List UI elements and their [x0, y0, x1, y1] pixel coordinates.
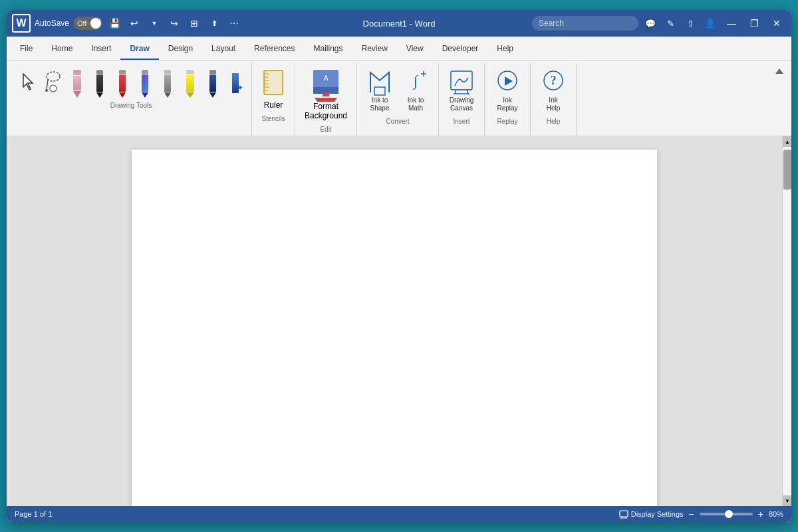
ink-to-shape-button[interactable]: Ink toShape	[362, 65, 397, 115]
tab-help[interactable]: Help	[487, 39, 523, 60]
insert-items: DrawingCanvas	[444, 65, 479, 115]
insert-group: DrawingCanvas Insert	[439, 63, 485, 136]
pen-black-shape	[96, 70, 103, 98]
tab-developer[interactable]: Developer	[433, 39, 488, 60]
person-button[interactable]: 👤	[702, 15, 718, 31]
svg-line-2	[47, 80, 48, 90]
svg-point-1	[47, 72, 60, 81]
save-button[interactable]: 💾	[106, 15, 122, 31]
eraser-tool[interactable]	[66, 67, 88, 99]
tab-layout[interactable]: Layout	[202, 39, 245, 60]
tab-design[interactable]: Design	[159, 39, 202, 60]
application-window: W AutoSave Off 💾 ↩ ▼ ↪ ⊞ ⬆ ⋯ Document1 -…	[7, 10, 791, 522]
svg-text:∫: ∫	[412, 72, 419, 90]
status-bar-right: Display Settings − + 80%	[619, 509, 783, 519]
layout-button[interactable]: ⊞	[186, 15, 202, 31]
tab-insert[interactable]: Insert	[82, 39, 120, 60]
restore-button[interactable]: ❐	[745, 14, 763, 33]
tab-home[interactable]: Home	[42, 39, 82, 60]
format-background-button[interactable]: A FormatBackground	[301, 65, 351, 123]
scroll-track[interactable]	[783, 147, 791, 495]
search-input[interactable]	[532, 16, 638, 31]
zoom-out-button[interactable]: −	[689, 509, 694, 519]
page-info: Page 1 of 1	[15, 510, 52, 518]
ink-help-label: InkHelp	[547, 96, 561, 112]
svg-rect-17	[374, 87, 385, 95]
edit-button[interactable]: ✎	[662, 15, 678, 31]
pen-dark-shape	[209, 70, 216, 98]
eraser-shape	[73, 70, 81, 98]
ink-replay-button[interactable]: InkReplay	[490, 65, 525, 115]
tab-draw[interactable]: Draw	[120, 39, 158, 60]
scroll-down-button[interactable]: ▼	[783, 495, 791, 506]
undo-dropdown-button[interactable]: ▼	[146, 15, 162, 31]
help-group: ? InkHelp Help	[531, 63, 577, 136]
svg-line-23	[455, 90, 456, 94]
lasso-tool[interactable]	[41, 65, 65, 99]
tab-view[interactable]: View	[397, 39, 433, 60]
ribbon: File Home Insert Draw Design Layout Refe…	[7, 37, 791, 136]
highlighter-tool[interactable]	[180, 67, 201, 99]
stencils-label: Stencils	[261, 115, 285, 122]
share-button[interactable]: ⬆	[206, 15, 222, 31]
pen-purple-shape	[142, 70, 148, 98]
autosave-toggle[interactable]: Off	[73, 17, 102, 30]
tab-review[interactable]: Review	[352, 39, 397, 60]
redo-button[interactable]: ↪	[166, 15, 182, 31]
select-tool[interactable]	[16, 65, 40, 99]
pen-red-tool[interactable]	[112, 67, 133, 99]
title-bar: W AutoSave Off 💾 ↩ ▼ ↪ ⊞ ⬆ ⋯ Document1 -…	[7, 10, 791, 37]
ink-to-shape-label: Ink toShape	[370, 96, 390, 112]
zoom-in-button[interactable]: +	[758, 509, 763, 519]
ink-help-button[interactable]: ? InkHelp	[536, 65, 571, 115]
ink-to-shape-icon	[366, 67, 393, 96]
replay-items: InkReplay	[490, 65, 525, 115]
undo-button[interactable]: ↩	[126, 15, 142, 31]
pen-red-shape	[119, 70, 126, 98]
toggle-state: Off	[77, 19, 86, 27]
toggle-knob	[90, 18, 101, 29]
help-label: Help	[547, 118, 561, 125]
comments-button[interactable]: 💬	[642, 15, 658, 31]
drawing-canvas-label: DrawingCanvas	[450, 96, 474, 112]
tab-file[interactable]: File	[11, 39, 42, 60]
main-area: ▲ ▼	[7, 136, 791, 506]
ribbon-content: ✦ Drawing Tools	[7, 61, 791, 136]
collapse-ribbon-button[interactable]	[771, 63, 787, 136]
document-title: Document1 - Word	[363, 19, 436, 29]
close-button[interactable]: ✕	[767, 14, 786, 33]
ink-to-math-button[interactable]: ∫ Ink toMath	[398, 65, 433, 115]
drawing-tools-label: Drawing Tools	[110, 102, 152, 109]
pen-gray-tool[interactable]	[157, 67, 178, 99]
display-settings-icon	[619, 509, 628, 519]
tab-mailings[interactable]: Mailings	[304, 39, 352, 60]
autosave-label: AutoSave	[35, 19, 69, 28]
minimize-button[interactable]: —	[722, 14, 741, 33]
replay-group: InkReplay Replay	[485, 63, 531, 136]
ink-special-tool[interactable]: ✦	[225, 67, 246, 99]
svg-point-3	[45, 89, 48, 92]
pen-black-tool[interactable]	[89, 67, 110, 99]
pen-gray-shape	[164, 70, 171, 98]
svg-marker-30	[775, 68, 783, 74]
highlighter-shape	[186, 70, 194, 98]
ruler-button[interactable]: Ruler	[257, 65, 289, 112]
pen-dark-tool[interactable]	[202, 67, 223, 99]
svg-point-4	[50, 85, 57, 92]
edit-label: Edit	[320, 126, 331, 133]
stencils-items: Ruler	[257, 65, 289, 112]
insert-label: Insert	[454, 118, 470, 125]
pen-purple-tool[interactable]	[134, 67, 156, 99]
collab-share-button[interactable]: ⇧	[682, 15, 698, 31]
drawing-canvas-button[interactable]: DrawingCanvas	[444, 65, 479, 115]
display-settings-button[interactable]: Display Settings	[619, 509, 684, 519]
tab-references[interactable]: References	[245, 39, 304, 60]
collapse-icon	[774, 66, 785, 76]
more-button[interactable]: ⋯	[226, 15, 242, 31]
ruler-icon	[261, 67, 285, 100]
svg-text:?: ?	[551, 74, 557, 87]
scroll-up-button[interactable]: ▲	[783, 136, 791, 147]
zoom-slider[interactable]	[700, 513, 753, 515]
document-area	[7, 136, 782, 506]
drawing-canvas-icon	[448, 67, 475, 96]
